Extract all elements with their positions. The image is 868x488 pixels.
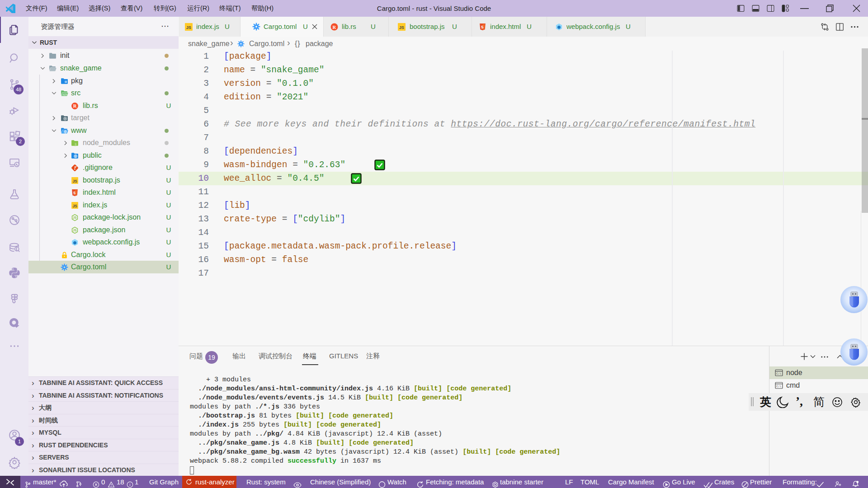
svg-text:C:\: C:\ [776, 372, 781, 375]
svg-text:C:\: C:\ [776, 385, 781, 388]
svg-text:5: 5 [73, 191, 75, 195]
svg-text:JS: JS [72, 179, 77, 183]
svg-text:R: R [73, 103, 77, 108]
svg-text:JS: JS [399, 25, 404, 30]
svg-text:JS: JS [73, 229, 77, 232]
svg-text:JS: JS [72, 204, 77, 208]
svg-text:JS: JS [73, 216, 77, 219]
svg-text:5: 5 [481, 25, 483, 29]
svg-text:JS: JS [186, 25, 191, 30]
svg-text:</>: </> [63, 93, 67, 96]
svg-text:R: R [332, 25, 336, 30]
